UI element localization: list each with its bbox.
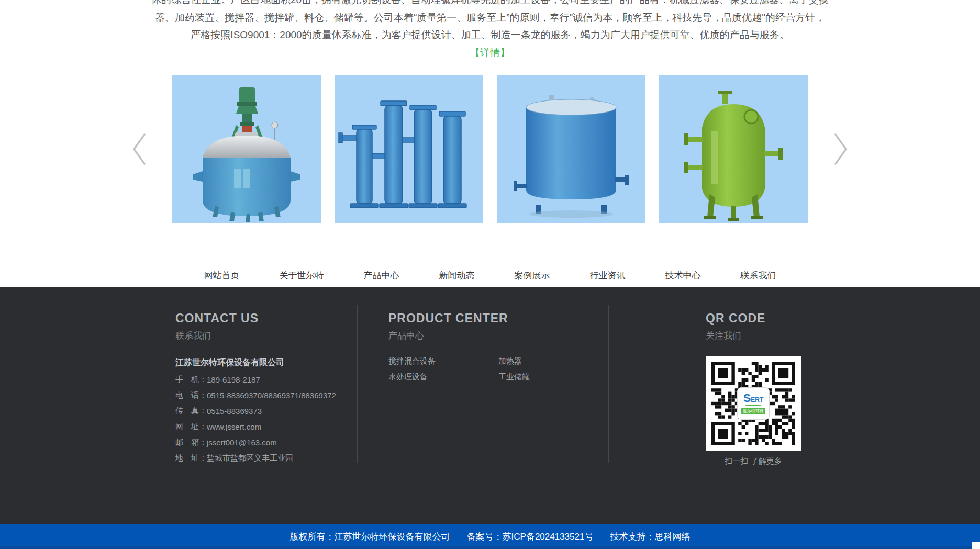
contact-heading-en: CONTACT US — [175, 311, 336, 326]
reactor-vessel-image — [172, 75, 321, 223]
intro-line-1: 体的综合性企业。厂区占地面积20亩，拥有激光切割设备、自动埋弧焊机等先进的加工设… — [0, 0, 980, 9]
products-heading-en: PRODUCT CENTER — [388, 311, 530, 326]
page: 体的综合性企业。厂区占地面积20亩，拥有激光切割设备、自动埋弧焊机等先进的加工设… — [0, 0, 980, 549]
footer: CONTACT US 联系我们 江苏世尔特环保设备有限公司 手 机：189-61… — [0, 287, 980, 524]
intro-line-2: 器、加药装置、搅拌器、搅拌罐、料仓、储罐等。公司本着“质量第一、服务至上”的原则… — [0, 9, 980, 27]
nav-item-tech[interactable]: 技术中心 — [665, 270, 701, 282]
nav-item-about[interactable]: 关于世尔特 — [280, 270, 324, 282]
contact-row-website: 网 址：www.jssert.com — [175, 419, 336, 434]
qr-caption: 扫一扫 了解更多 — [706, 456, 801, 466]
contact-heading-cn: 联系我们 — [175, 330, 336, 342]
chevron-left-icon — [129, 128, 150, 170]
company-intro: 体的综合性企业。厂区占地面积20亩，拥有激光切割设备、自动埋弧焊机等先进的加工设… — [0, 0, 980, 61]
qr-logo-swoosh — [744, 403, 762, 406]
nav-item-home[interactable]: 网站首页 — [204, 270, 240, 282]
copyright-text: 版权所有：江苏世尔特环保设备有限公司 — [290, 531, 450, 543]
contact-row-fax: 传 真：0515-88369373 — [175, 403, 336, 419]
carousel-item-4[interactable] — [659, 75, 808, 223]
nav-item-contact[interactable]: 联系我们 — [741, 270, 776, 282]
nav-item-industry[interactable]: 行业资讯 — [590, 270, 626, 282]
qr-code-image: SERT 世尔特环保 — [706, 356, 801, 451]
carousel-next-button[interactable] — [830, 128, 851, 170]
product-link-mixing[interactable]: 搅拌混合设备 — [388, 353, 498, 369]
qr-heading-cn: 关注我们 — [706, 330, 801, 342]
product-carousel — [0, 75, 980, 223]
detail-link[interactable]: 【详情】 — [470, 47, 510, 58]
contact-row-mobile: 手 机：189-6198-2187 — [175, 372, 336, 387]
chevron-right-icon — [830, 128, 851, 170]
intro-detail-row: 【详情】 — [0, 44, 980, 62]
nav-item-cases[interactable]: 案例展示 — [515, 270, 550, 282]
storage-tank-image — [497, 75, 645, 223]
nav-item-news[interactable]: 新闻动态 — [439, 270, 475, 282]
main-nav: 网站首页 关于世尔特 产品中心 新闻动态 案例展示 行业资讯 技术中心 联系我们 — [0, 263, 980, 287]
nav-item-products[interactable]: 产品中心 — [364, 270, 399, 282]
product-link-water[interactable]: 水处理设备 — [388, 369, 498, 385]
intro-line-3: 严格按照ISO9001：2000的质量体系标准，为客户提供设计、加工、制造一条龙… — [0, 26, 980, 44]
carousel-item-1[interactable] — [172, 75, 321, 223]
footer-divider-2 — [608, 305, 609, 463]
contact-row-phone: 电 话：0515-88369370/88369371/88369372 — [175, 387, 336, 403]
copyright-bar: 版权所有：江苏世尔特环保设备有限公司 备案号：苏ICP备2024133521号 … — [0, 524, 980, 549]
qr-logo-subtext: 世尔特环保 — [741, 408, 765, 414]
scrollbar-corner[interactable] — [972, 542, 980, 549]
green-filter-tank-image — [659, 75, 808, 223]
qr-center-logo: SERT 世尔特环保 — [737, 387, 770, 420]
carousel-prev-button[interactable] — [129, 128, 150, 170]
footer-products-column: PRODUCT CENTER 产品中心 搅拌混合设备 加热器 水处理设备 工业储… — [388, 311, 530, 385]
filter-columns-image — [335, 75, 483, 223]
carousel-item-3[interactable] — [497, 75, 645, 223]
contact-rows: 手 机：189-6198-2187 电 话：0515-88369370/8836… — [175, 372, 336, 466]
company-name: 江苏世尔特环保设备有限公司 — [175, 357, 336, 368]
contact-row-address: 地 址：盐城市盐都区义丰工业园 — [175, 450, 336, 466]
footer-contact-column: CONTACT US 联系我们 江苏世尔特环保设备有限公司 手 机：189-61… — [175, 311, 336, 466]
carousel-item-2[interactable] — [335, 75, 483, 223]
contact-row-email: 邮 箱：jssert001@163.com — [175, 434, 336, 450]
product-links: 搅拌混合设备 加热器 水处理设备 工业储罐 — [388, 353, 530, 385]
footer-qr-column: QR CODE 关注我们 SERT 世尔特环保 扫一扫 了解更多 — [706, 311, 801, 466]
tech-support-text: 技术支持：思科网络 — [610, 531, 690, 543]
icp-number: 备案号：苏ICP备2024133521号 — [467, 531, 594, 543]
products-heading-cn: 产品中心 — [388, 330, 530, 342]
product-link-heater[interactable]: 加热器 — [498, 353, 530, 369]
product-link-tank[interactable]: 工业储罐 — [498, 369, 530, 385]
footer-divider-1 — [357, 305, 358, 463]
qr-heading-en: QR CODE — [706, 311, 801, 326]
